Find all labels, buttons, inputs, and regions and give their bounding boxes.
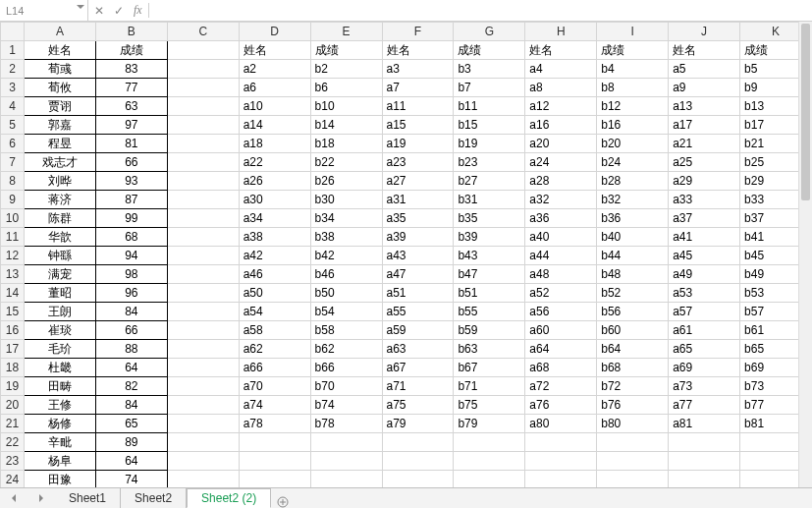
- column-header[interactable]: A: [24, 23, 95, 41]
- cell[interactable]: [167, 415, 239, 433]
- cell[interactable]: a81: [669, 415, 740, 433]
- cell[interactable]: 64: [95, 452, 167, 471]
- cell[interactable]: a28: [525, 172, 597, 191]
- cell[interactable]: 63: [95, 97, 167, 116]
- cell[interactable]: a3: [382, 60, 454, 79]
- cell[interactable]: 辛毗: [24, 433, 95, 452]
- cell[interactable]: [167, 377, 239, 396]
- column-header[interactable]: I: [597, 23, 669, 41]
- cell[interactable]: a35: [382, 209, 454, 228]
- cell[interactable]: b43: [454, 247, 525, 265]
- cell[interactable]: b68: [597, 359, 669, 377]
- row-header[interactable]: 14: [1, 284, 25, 303]
- cell[interactable]: a20: [525, 135, 597, 153]
- cell[interactable]: b10: [310, 97, 382, 116]
- cell[interactable]: 郭嘉: [24, 116, 95, 135]
- cell[interactable]: a55: [382, 303, 454, 321]
- cell[interactable]: a66: [239, 359, 310, 377]
- row-header[interactable]: 8: [1, 172, 25, 191]
- cell[interactable]: a33: [669, 191, 740, 209]
- cell[interactable]: 64: [95, 359, 167, 377]
- cell[interactable]: [167, 153, 239, 172]
- sheet-tab[interactable]: Sheet2 (2): [187, 488, 271, 508]
- cell[interactable]: [239, 452, 310, 471]
- cell[interactable]: 戏志才: [24, 153, 95, 172]
- cell[interactable]: [167, 359, 239, 377]
- cell[interactable]: [167, 60, 239, 79]
- cell[interactable]: [525, 471, 597, 488]
- cell[interactable]: b30: [310, 191, 382, 209]
- cell[interactable]: b44: [597, 247, 669, 265]
- cell[interactable]: 97: [95, 116, 167, 135]
- cell[interactable]: b79: [454, 415, 525, 433]
- cell[interactable]: 66: [95, 321, 167, 340]
- cell[interactable]: b3: [454, 60, 525, 79]
- row-header[interactable]: 23: [1, 452, 25, 471]
- cell[interactable]: a27: [382, 172, 454, 191]
- cell[interactable]: a74: [239, 396, 310, 415]
- cell[interactable]: a71: [382, 377, 454, 396]
- cell[interactable]: [310, 452, 382, 471]
- cell[interactable]: b58: [310, 321, 382, 340]
- row-header[interactable]: 10: [1, 209, 25, 228]
- cell[interactable]: 姓名: [24, 41, 95, 60]
- cell[interactable]: a21: [669, 135, 740, 153]
- cell[interactable]: 65: [95, 415, 167, 433]
- cell[interactable]: a22: [239, 153, 310, 172]
- vertical-scrollbar[interactable]: [798, 22, 812, 487]
- cell[interactable]: 96: [95, 284, 167, 303]
- cell[interactable]: 77: [95, 79, 167, 97]
- cell[interactable]: b15: [454, 116, 525, 135]
- cell[interactable]: 82: [95, 377, 167, 396]
- cell[interactable]: a59: [382, 321, 454, 340]
- cell[interactable]: [167, 228, 239, 247]
- cell[interactable]: b7: [454, 79, 525, 97]
- cell[interactable]: 成绩: [95, 41, 167, 60]
- row-header[interactable]: 6: [1, 135, 25, 153]
- cell[interactable]: b16: [597, 116, 669, 135]
- cell[interactable]: 84: [95, 303, 167, 321]
- column-header[interactable]: F: [382, 23, 454, 41]
- cell[interactable]: b71: [454, 377, 525, 396]
- cell[interactable]: a39: [382, 228, 454, 247]
- cell[interactable]: b14: [310, 116, 382, 135]
- fx-icon[interactable]: fx: [134, 3, 142, 18]
- column-header[interactable]: C: [167, 23, 239, 41]
- cell[interactable]: b38: [310, 228, 382, 247]
- cell[interactable]: a53: [669, 284, 740, 303]
- column-header[interactable]: D: [239, 23, 310, 41]
- cell[interactable]: b36: [597, 209, 669, 228]
- cell[interactable]: b70: [310, 377, 382, 396]
- cell[interactable]: 成绩: [597, 41, 669, 60]
- cell[interactable]: a45: [669, 247, 740, 265]
- cell[interactable]: a76: [525, 396, 597, 415]
- cell[interactable]: 崔琰: [24, 321, 95, 340]
- cell[interactable]: b63: [454, 340, 525, 359]
- cell[interactable]: [167, 321, 239, 340]
- name-box[interactable]: L14: [0, 0, 88, 22]
- tab-scroll-right[interactable]: [27, 487, 55, 508]
- cell[interactable]: [239, 433, 310, 452]
- cell[interactable]: a62: [239, 340, 310, 359]
- cell[interactable]: a51: [382, 284, 454, 303]
- cell[interactable]: a48: [525, 265, 597, 284]
- cell[interactable]: [454, 452, 525, 471]
- cell[interactable]: 84: [95, 396, 167, 415]
- column-header[interactable]: H: [525, 23, 597, 41]
- cell[interactable]: b34: [310, 209, 382, 228]
- cell[interactable]: [167, 340, 239, 359]
- cell[interactable]: a80: [525, 415, 597, 433]
- cell[interactable]: [167, 433, 239, 452]
- cell[interactable]: b4: [597, 60, 669, 79]
- cell[interactable]: a30: [239, 191, 310, 209]
- cell[interactable]: a9: [669, 79, 740, 97]
- cell[interactable]: [382, 433, 454, 452]
- cell[interactable]: a78: [239, 415, 310, 433]
- cell[interactable]: [167, 41, 239, 60]
- cell[interactable]: b67: [454, 359, 525, 377]
- cell[interactable]: b55: [454, 303, 525, 321]
- cell[interactable]: b59: [454, 321, 525, 340]
- cell[interactable]: a26: [239, 172, 310, 191]
- cell[interactable]: a72: [525, 377, 597, 396]
- cell[interactable]: 杨修: [24, 415, 95, 433]
